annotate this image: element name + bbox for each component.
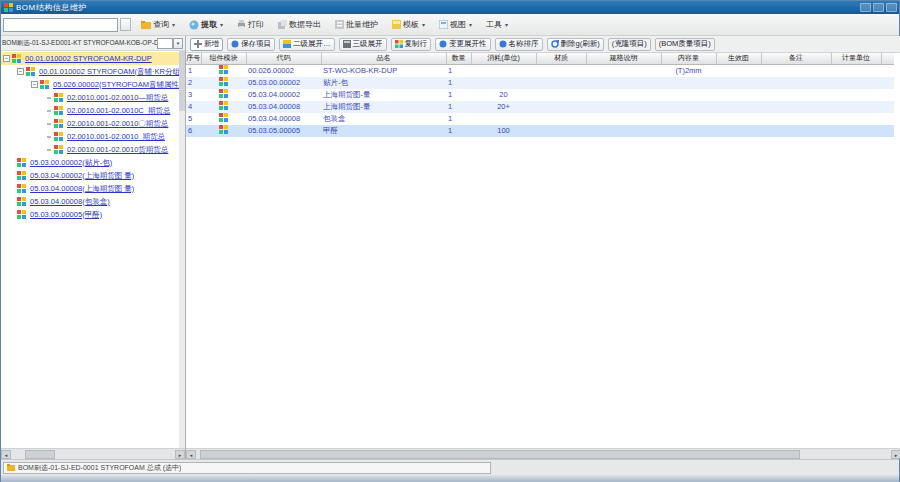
table-row[interactable]: 5 05.03.04.00008 包装盒 1 xyxy=(186,113,894,125)
tree-item[interactable]: 02.0010.001-02.0010—期货总 xyxy=(1,91,179,104)
view-button[interactable]: 视图 ▾ xyxy=(435,17,476,33)
tree-item-label: 00.01.010002 STYROFOAM(音辅·KR分组音) xyxy=(39,67,179,77)
print-button[interactable]: 打印 xyxy=(233,17,268,33)
tree-vertical-scrollbar[interactable] xyxy=(179,51,185,448)
col-header-code[interactable]: 代码 xyxy=(246,53,321,64)
table-row[interactable]: 1 00.026.00002 ST-WO-KOB-KR-DUP 1 (T)2mm xyxy=(186,64,894,77)
col-header-no[interactable]: 序号 xyxy=(186,53,201,64)
cell-module xyxy=(201,77,246,89)
cell-code-link[interactable]: 05.03.04.00008 xyxy=(246,101,321,113)
bom-selector-dropdown-button[interactable]: ▾ xyxy=(173,38,183,49)
col-header-consumption[interactable]: 消耗(单位) xyxy=(471,53,536,64)
cell-qty: 1 xyxy=(446,89,471,101)
tree-item[interactable]: 05.03.05.00005(甲醛) xyxy=(1,208,179,221)
col-header-attachment[interactable]: 附件图号 xyxy=(881,53,894,64)
expand-level3-button[interactable]: 三级展开 xyxy=(339,38,387,51)
cell-name-link[interactable]: ST-WO-KOB-KR-DUP xyxy=(321,64,446,77)
maximize-button[interactable] xyxy=(873,3,884,12)
clone-item-button[interactable]: (克隆项目) xyxy=(608,38,651,51)
copy-row-button[interactable]: 复制行 xyxy=(391,38,432,51)
tree-item[interactable]: 05.03.00.00002(贴片-包) xyxy=(1,156,179,169)
tree-item[interactable]: 02.0010.001-02.0010货期货总 xyxy=(1,143,179,156)
query-button[interactable]: 查询 ▾ xyxy=(137,17,179,33)
bom-selector-field[interactable] xyxy=(157,38,173,49)
delete-refresh-button[interactable]: 删除g(刷新) xyxy=(547,38,604,51)
cell-name-link[interactable]: 甲醛 xyxy=(321,125,446,137)
collapse-icon[interactable]: − xyxy=(17,68,24,75)
scroll-left-icon[interactable]: ◂ xyxy=(1,450,11,459)
col-header-material[interactable]: 材质 xyxy=(536,53,586,64)
expand-level2-button[interactable]: 二级展开… xyxy=(279,38,335,51)
cell-name-link[interactable]: 上海期货图-量 xyxy=(321,101,446,113)
bom-node-icon xyxy=(17,210,27,220)
extract-button[interactable]: 提取 ▾ xyxy=(185,17,227,33)
change-property-button[interactable]: 变更展开性 xyxy=(435,38,491,51)
table-row-selected[interactable]: 6 05.03.05.00005 甲醛 1 100 xyxy=(186,125,894,137)
app-icon xyxy=(4,3,13,12)
table-row[interactable]: 4 05.03.04.00008 上海期货图-量 1 20+ xyxy=(186,101,894,113)
table-row[interactable]: 3 05.03.04.00002 上海期货图-量 1 20 xyxy=(186,89,894,101)
minimize-button[interactable] xyxy=(860,3,871,12)
scrollbar-thumb[interactable] xyxy=(25,450,55,459)
grid-horizontal-scrollbar[interactable]: ◂ ▸ xyxy=(186,448,900,459)
export-icon xyxy=(278,20,287,29)
tree-item[interactable]: 02.0010.001-02.0010C_期货总 xyxy=(1,104,179,117)
search-input[interactable] xyxy=(3,18,118,32)
collapse-icon[interactable]: − xyxy=(3,55,10,62)
col-header-remark[interactable]: 备注 xyxy=(761,53,831,64)
bom-node-icon xyxy=(219,125,229,135)
cell-name-link[interactable]: 贴片-包 xyxy=(321,77,446,89)
grid-header-row: 序号 组件模块 代码 品名 数量 消耗(单位) 材质 规格说明 内容量 生效图 … xyxy=(186,53,894,64)
sort-by-name-button[interactable]: 名称排序 xyxy=(495,38,543,51)
cell-unit xyxy=(831,77,881,89)
clear-search-button[interactable] xyxy=(120,18,131,31)
cell-code-link[interactable]: 00.026.00002 xyxy=(246,64,321,77)
close-button[interactable] xyxy=(886,3,897,12)
scroll-left-icon[interactable]: ◂ xyxy=(186,450,196,459)
col-header-capacity[interactable]: 内容量 xyxy=(661,53,716,64)
tree-item[interactable]: − 05.026.00002(STYROFOAM音辅属性_KR分组音) xyxy=(1,78,179,91)
cell-code-link[interactable]: 05.03.04.00002 xyxy=(246,89,321,101)
cell-code-link[interactable]: 05.03.00.00002 xyxy=(246,77,321,89)
table-row[interactable]: 2 05.03.00.00002 贴片-包 1 xyxy=(186,77,894,89)
tree-horizontal-scrollbar[interactable]: ◂ ▸ xyxy=(1,448,185,459)
tree-item-root[interactable]: − 00.01.010002 STYROFOAM-KR-DUP xyxy=(1,52,179,65)
add-row-button[interactable]: 新增 xyxy=(190,38,223,51)
col-header-qty[interactable]: 数量 xyxy=(446,53,471,64)
tree-item-label: 05.03.04.00002(上海期货图 量) xyxy=(30,171,134,181)
save-item-button[interactable]: 保存项目 xyxy=(227,38,275,51)
scroll-right-icon[interactable]: ▸ xyxy=(891,450,900,459)
tools-button[interactable]: 工具 ▾ xyxy=(482,17,512,33)
col-header-spec[interactable]: 规格说明 xyxy=(586,53,661,64)
cell-capacity-link xyxy=(661,113,716,125)
cell-capacity-link[interactable]: (T)2mm xyxy=(661,64,716,77)
scrollbar-thumb[interactable] xyxy=(200,450,800,459)
cell-code-link[interactable]: 05.03.05.00005 xyxy=(246,125,321,137)
col-header-name[interactable]: 品名 xyxy=(321,53,446,64)
refresh-icon xyxy=(551,40,559,48)
cell-name-link[interactable]: 包装盒 xyxy=(321,113,446,125)
tree-item[interactable]: 05.03.04.00002(上海期货图 量) xyxy=(1,169,179,182)
tree-item[interactable]: 05.03.04.00008(上海期货图 量) xyxy=(1,182,179,195)
tree-item[interactable]: 05.03.04.00008(包装盒) xyxy=(1,195,179,208)
blue-dot-icon xyxy=(499,40,507,48)
col-header-module[interactable]: 组件模块 xyxy=(201,53,246,64)
bom-quality-button[interactable]: (BOM质量项目) xyxy=(655,38,715,51)
template-button[interactable]: 模板 ▾ xyxy=(388,17,429,33)
cell-module xyxy=(201,125,246,137)
batch-maintain-button[interactable]: 批量维护 xyxy=(331,17,382,33)
cell-code-link[interactable]: 05.03.04.00008 xyxy=(246,113,321,125)
collapse-icon[interactable]: − xyxy=(31,81,38,88)
col-header-unit[interactable]: 计量单位 xyxy=(831,53,881,64)
scroll-right-icon[interactable]: ▸ xyxy=(175,450,185,459)
export-button[interactable]: 数据导出 xyxy=(274,17,325,33)
cell-qty: 1 xyxy=(446,64,471,77)
cell-name-link[interactable]: 上海期货图-量 xyxy=(321,89,446,101)
tree-item[interactable]: − 00.01.010002 STYROFOAM(音辅·KR分组音) xyxy=(1,65,179,78)
col-header-effective[interactable]: 生效图 xyxy=(716,53,761,64)
bom-node-icon xyxy=(54,119,64,129)
tree-item[interactable]: 02.0010.001-02.0010_期货总 xyxy=(1,130,179,143)
cell-material xyxy=(536,77,586,89)
scrollbar-thumb[interactable] xyxy=(179,51,185,111)
tree-item[interactable]: 02.0010.001-02.0010〇期货总 xyxy=(1,117,179,130)
